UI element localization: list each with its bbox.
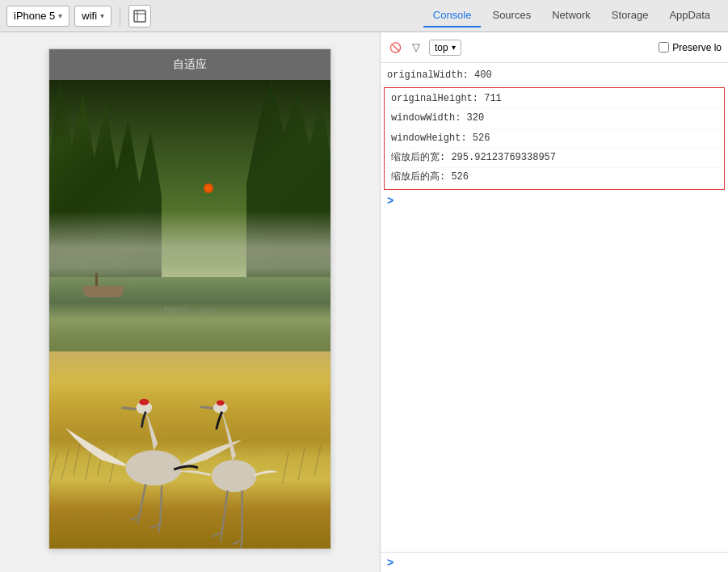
svg-line-16 (139, 484, 145, 516)
console-cursor: > (381, 191, 728, 211)
log-value: windowHeight: 526 (391, 132, 490, 144)
console-input[interactable] (398, 557, 722, 568)
device-panel: 自适应 (0, 32, 380, 572)
tab-network[interactable]: Network (542, 4, 600, 27)
svg-line-5 (74, 444, 80, 476)
preserve-log-label: Preserve lo (672, 42, 722, 53)
crane-left (65, 399, 242, 532)
filter-button[interactable]: ▽ (408, 40, 424, 56)
phone-header: 自适应 (49, 49, 330, 80)
main-content: 自适应 (0, 32, 728, 572)
filter-chevron: ▾ (452, 43, 456, 52)
filter-icon: ▽ (412, 41, 420, 53)
svg-line-10 (298, 448, 305, 480)
svg-point-24 (217, 400, 225, 406)
network-chevron-icon: ▾ (100, 11, 104, 20)
devtools-tabs-container: Console Sources Network Storage AppData (423, 4, 722, 27)
log-entry: 缩放后的宽: 295.92123769338957 (385, 149, 724, 168)
highlighted-block: originalHeight: 711windowWidth: 320windo… (384, 87, 725, 190)
svg-line-25 (200, 407, 213, 409)
log-value: 缩放后的宽: 295.92123769338957 (391, 152, 556, 163)
network-label: wifi (82, 10, 97, 22)
clear-console-button[interactable]: 🚫 (387, 40, 403, 56)
svg-point-22 (212, 460, 257, 492)
svg-line-9 (282, 452, 288, 484)
svg-line-6 (86, 450, 91, 480)
preserve-log-checkbox[interactable] (659, 42, 669, 53)
tab-storage[interactable]: Storage (602, 4, 659, 27)
toolbar-separator (120, 6, 120, 26)
log-entry: windowWidth: 320 (385, 109, 724, 128)
svg-line-15 (121, 408, 136, 410)
svg-line-17 (160, 486, 162, 524)
watermark: http://... .com (164, 305, 216, 314)
svg-point-14 (139, 399, 149, 406)
tab-console[interactable]: Console (423, 4, 482, 27)
log-value: windowWidth: 320 (391, 112, 484, 124)
no-icon: 🚫 (389, 42, 402, 53)
crane-area (49, 291, 330, 549)
console-prompt: > (387, 556, 393, 569)
inspect-button[interactable] (128, 5, 151, 27)
phone-frame: 自适应 (48, 48, 331, 549)
inspect-icon (133, 10, 146, 23)
svg-line-26 (222, 490, 228, 532)
svg-line-28 (212, 532, 222, 537)
console-output[interactable]: originalWidth: 400originalHeight: 711win… (381, 63, 728, 552)
device-select[interactable]: iPhone 5 ▾ (6, 6, 69, 27)
phone-header-label: 自适应 (173, 57, 207, 70)
log-entry: originalHeight: 711 (385, 90, 724, 109)
log-value: originalWidth: 400 (387, 69, 492, 81)
log-value: originalHeight: 711 (391, 93, 502, 104)
network-select[interactable]: wifi ▾ (74, 6, 112, 27)
svg-line-11 (314, 445, 321, 476)
preserve-log-container: Preserve lo (659, 42, 722, 53)
log-entry: windowHeight: 526 (385, 129, 724, 149)
console-input-row: > (381, 552, 728, 572)
log-entry: originalWidth: 400 (381, 66, 728, 86)
device-label: iPhone 5 (14, 10, 55, 22)
log-entry: 缩放后的高: 526 (385, 168, 724, 187)
console-toolbar: 🚫 ▽ top ▾ Preserve lo (381, 32, 728, 63)
level-filter-select[interactable]: top ▾ (429, 40, 461, 56)
console-panel: 🚫 ▽ top ▾ Preserve lo originalWidth: 400… (380, 32, 728, 572)
cranes-illustration (49, 291, 330, 549)
orange-dot (204, 183, 213, 193)
crane-right (178, 400, 278, 548)
svg-line-3 (49, 452, 57, 484)
tab-sources[interactable]: Sources (482, 4, 541, 27)
tab-appdata[interactable]: AppData (659, 4, 720, 27)
svg-point-12 (125, 450, 182, 486)
device-chevron-icon: ▾ (58, 11, 62, 20)
top-toolbar: iPhone 5 ▾ wifi ▾ Console Sources Networ… (0, 0, 728, 32)
filter-label: top (435, 42, 448, 53)
log-value: 缩放后的高: 526 (391, 171, 469, 183)
svg-line-4 (61, 448, 69, 480)
svg-rect-0 (134, 11, 145, 22)
phone-screen: http://... .com (49, 80, 330, 549)
